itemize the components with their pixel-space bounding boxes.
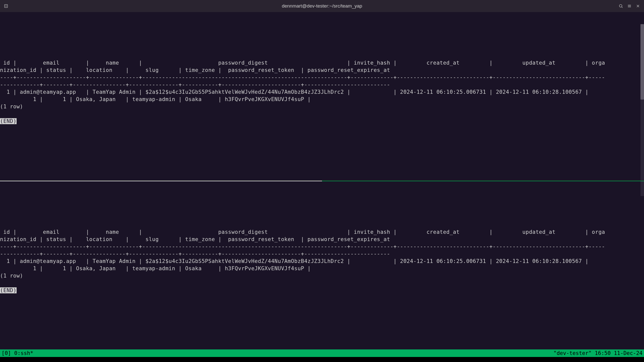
sql-header-line1: id | email | name | password_digest | in…	[0, 60, 605, 66]
tmux-status-right: "dev-tester" 16:50 11-Dec-24	[553, 350, 642, 356]
sql-header-line2: nization_id | status | location | slug |…	[0, 67, 390, 73]
pager-end-marker: (END)	[0, 287, 17, 293]
sql-separator-line1: ----+---------------------+-------------…	[0, 244, 605, 250]
tmux-status-bar: [0] 0:ssh* "dev-tester" 16:50 11-Dec-24	[0, 349, 644, 357]
svg-point-3	[619, 5, 622, 7]
sql-separator-line2: ------------+--------+----------------+-…	[0, 82, 390, 88]
sql-header-line2: nization_id | status | location | slug |…	[0, 236, 390, 242]
sql-row-count: (1 row)	[0, 104, 23, 110]
window-titlebar: dennmart@dev-tester:~/src/team_yap	[0, 0, 644, 12]
tmux-status-left: [0] 0:ssh*	[2, 350, 33, 356]
sql-header-line1: id | email | name | password_digest | in…	[0, 229, 605, 235]
sql-row-line2: 1 | 1 | Osaka, Japan | teamyap-admin | O…	[0, 96, 311, 102]
terminal-content[interactable]: id | email | name | password_digest | in…	[0, 12, 644, 357]
sql-row-count: (1 row)	[0, 273, 23, 279]
terminal-output-bottom: id | email | name | password_digest | in…	[0, 181, 644, 294]
sql-row-line1: 1 | admin@teamyap.app | TeamYap Admin | …	[0, 89, 588, 95]
menu-icon[interactable]	[626, 3, 633, 10]
svg-line-4	[622, 7, 622, 8]
tmux-pane-bottom[interactable]: id | email | name | password_digest | in…	[0, 181, 644, 349]
window-title: dennmart@dev-tester:~/src/team_yap	[282, 3, 362, 9]
sql-row-line1: 1 | admin@teamyap.app | TeamYap Admin | …	[0, 258, 588, 264]
sql-separator-line1: ----+---------------------+-------------…	[0, 74, 605, 80]
terminal-output-top: id | email | name | password_digest | in…	[0, 12, 644, 125]
window-bottom-chrome	[0, 357, 644, 362]
pager-end-marker: (END)	[0, 118, 17, 124]
tmux-pane-top[interactable]: id | email | name | password_digest | in…	[0, 12, 644, 181]
new-tab-icon[interactable]	[3, 3, 10, 10]
sql-separator-line2: ------------+--------+----------------+-…	[0, 251, 390, 257]
search-icon[interactable]	[617, 3, 624, 10]
sql-row-line2: 1 | 1 | Osaka, Japan | teamyap-admin | O…	[0, 265, 311, 272]
close-icon[interactable]	[634, 3, 641, 10]
